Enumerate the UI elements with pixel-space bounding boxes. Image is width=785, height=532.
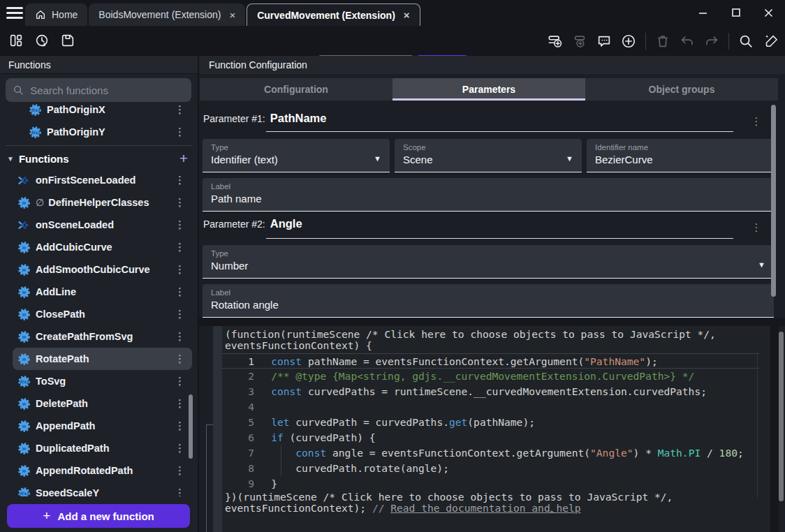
function-item-onSceneLoaded[interactable]: onSceneLoaded⋮ [13, 214, 192, 236]
code-line-7[interactable]: 7 const angle = eventsFunctionContext.ge… [222, 445, 770, 461]
close-icon[interactable] [763, 8, 774, 18]
history-icon[interactable] [34, 33, 50, 48]
code-line-5[interactable]: 5 let curvedPath = curvedPaths.get(pathN… [222, 415, 770, 430]
tab-object-groups[interactable]: Object groups [585, 78, 778, 101]
function-item-AppendRotatedPath[interactable]: »AppendRotatedPath⋮ [13, 459, 192, 482]
function-item-ClosePath[interactable]: »ClosePath⋮ [13, 303, 192, 325]
kebab-menu-icon[interactable]: ⋮ [751, 221, 762, 234]
save-icon[interactable] [60, 33, 75, 48]
kebab-menu-icon[interactable]: ⋮ [175, 103, 185, 116]
functions-panel: Functions f(x)PathOriginX⋮f(x)PathOrigin… [0, 56, 198, 532]
param2-type-dropdown[interactable]: Type Number ▼ [203, 245, 774, 279]
kebab-menu-icon[interactable]: ⋮ [175, 241, 185, 253]
kebab-menu-icon[interactable]: ⋮ [175, 308, 185, 320]
code-line-8[interactable]: 8 curvedPath.rotate(angle); [222, 461, 770, 476]
param1-label-field[interactable]: Label Path name [203, 178, 774, 212]
kebab-menu-icon[interactable]: ⋮ [175, 196, 185, 209]
search-icon[interactable] [738, 34, 754, 49]
kebab-menu-icon[interactable]: ⋮ [175, 442, 185, 455]
function-item-DuplicatedPath[interactable]: »DuplicatedPath⋮ [13, 437, 192, 459]
function-item-DefineHelperClasses[interactable]: »∅DefineHelperClasses⋮ [13, 191, 192, 214]
add-event-icon[interactable] [548, 34, 563, 49]
javascript-code-editor[interactable]: (function(runtimeScene /* Click here to … [222, 326, 770, 532]
ai-edit-icon[interactable] [763, 34, 778, 49]
event-drag-handle[interactable] [213, 326, 222, 532]
maximize-icon[interactable] [731, 8, 741, 18]
hamburger-menu-icon[interactable] [6, 6, 23, 20]
close-icon[interactable]: × [404, 9, 410, 21]
param1-scope-dropdown[interactable]: Scope Scene ▼ [395, 139, 582, 172]
editor-scrollbar[interactable] [779, 332, 784, 501]
tab-label: CurvedMovement (Extension) [257, 10, 395, 21]
function-configuration-panel: Function Configuration Configuration Par… [199, 56, 785, 532]
function-item-PathOriginX[interactable]: f(x)PathOriginX⋮ [13, 102, 192, 121]
tab-label: Object groups [649, 84, 715, 95]
function-item-label: AppendPath [36, 420, 95, 431]
kebab-menu-icon[interactable]: ⋮ [175, 397, 185, 410]
param1-identifier-name-field[interactable]: Identifier name BezierCurve [587, 139, 774, 172]
function-item-RotatePath[interactable]: »RotatePath⋮ [13, 348, 192, 370]
tab-parameters[interactable]: Parameters [392, 78, 585, 101]
collapse-caret-icon[interactable]: ▼ [7, 155, 14, 163]
code-line-9[interactable]: 9 } [222, 476, 770, 492]
function-item-onFirstSceneLoaded[interactable]: onFirstSceneLoaded⋮ [13, 169, 192, 191]
kebab-menu-icon[interactable]: ⋮ [175, 126, 185, 138]
param1-type-dropdown[interactable]: Type Identifier (text) ▼ [203, 139, 390, 172]
kebab-menu-icon[interactable]: ⋮ [175, 487, 185, 496]
kebab-menu-icon[interactable]: ⋮ [175, 219, 185, 231]
code-line-4[interactable]: 4 [222, 399, 770, 415]
tab-curved-movement[interactable]: CurvedMovement (Extension) × [247, 3, 420, 26]
parameter-name-input[interactable]: Angle [270, 217, 302, 230]
svg-text:f(x): f(x) [31, 107, 40, 112]
kebab-menu-icon[interactable]: ⋮ [175, 263, 185, 276]
panels-icon[interactable] [8, 33, 24, 48]
comment-icon[interactable] [596, 34, 612, 49]
code-line-1[interactable]: 1 const pathName = eventsFunctionContext… [222, 353, 759, 369]
tab-boids-movement[interactable]: BoidsMovement (Extension) × [89, 3, 245, 26]
add-function-button[interactable]: + Add a new function [7, 504, 190, 528]
kebab-menu-icon[interactable]: ⋮ [175, 286, 185, 298]
parameter-name-input[interactable]: PathName [270, 112, 327, 125]
parameters-scrollbar[interactable] [771, 105, 776, 297]
code-line-2[interactable]: 2 /** @type {Map<string, gdjs.__curvedMo… [222, 369, 770, 384]
code-line-6[interactable]: 6 if (curvedPath) { [222, 430, 770, 445]
kebab-menu-icon[interactable]: ⋮ [175, 420, 185, 432]
function-item-label: DefineHelperClasses [48, 197, 149, 208]
kebab-menu-icon[interactable]: ⋮ [175, 174, 185, 186]
functions-section-header[interactable]: ▼Functions+ [0, 148, 198, 169]
code-header[interactable]: (function(runtimeScene /* Click here to … [222, 326, 770, 351]
function-item-AddCubicCurve[interactable]: »AddCubicCurve⋮ [13, 236, 192, 258]
field-value: BezierCurve [595, 154, 765, 165]
kebab-menu-icon[interactable]: ⋮ [751, 115, 762, 128]
add-circle-icon[interactable] [621, 34, 636, 49]
code-lines[interactable]: 1 const pathName = eventsFunctionContext… [222, 353, 770, 492]
function-item-PathOriginY[interactable]: f(x)PathOriginY⋮ [13, 121, 192, 143]
function-item-SpeedScaleY[interactable]: f(x)SpeedScaleY⋮ [13, 482, 192, 496]
close-icon[interactable]: × [229, 9, 235, 21]
sidebar-scrollbar[interactable] [189, 394, 193, 459]
kebab-menu-icon[interactable]: ⋮ [175, 353, 185, 365]
function-item-DeletePath[interactable]: »DeletePath⋮ [13, 392, 192, 415]
tab-configuration[interactable]: Configuration [200, 78, 392, 101]
function-item-ToSvg[interactable]: f(x)ToSvg⋮ [13, 370, 192, 392]
param2-label-field[interactable]: Label Rotation angle [203, 284, 774, 318]
list-divider [6, 145, 192, 146]
kebab-menu-icon[interactable]: ⋮ [175, 464, 185, 477]
action-gear-icon: » [17, 352, 31, 367]
toolbar-separator [728, 33, 729, 50]
function-item-CreatePathFromSvg[interactable]: »CreatePathFromSvg⋮ [13, 325, 192, 348]
kebab-menu-icon[interactable]: ⋮ [175, 375, 185, 387]
code-footer[interactable]: })(runtimeScene /* Click here to choose … [222, 492, 770, 514]
editor-scrollbar-track [770, 326, 779, 532]
add-icon[interactable]: + [179, 150, 188, 167]
minimize-icon[interactable] [698, 8, 708, 18]
tab-home[interactable]: Home [25, 3, 87, 26]
function-item-AddLine[interactable]: »AddLine⋮ [13, 281, 192, 303]
function-item-AppendPath[interactable]: »AppendPath⋮ [13, 415, 192, 437]
action-gear-icon: » [17, 441, 31, 456]
function-item-AddSmoothCubicCurve[interactable]: »AddSmoothCubicCurve⋮ [13, 258, 192, 281]
search-functions-input[interactable] [30, 84, 184, 96]
kebab-menu-icon[interactable]: ⋮ [175, 330, 185, 343]
code-line-3[interactable]: 3 const curvedPaths = runtimeScene.__cur… [222, 384, 770, 399]
search-functions-box[interactable] [6, 78, 191, 102]
